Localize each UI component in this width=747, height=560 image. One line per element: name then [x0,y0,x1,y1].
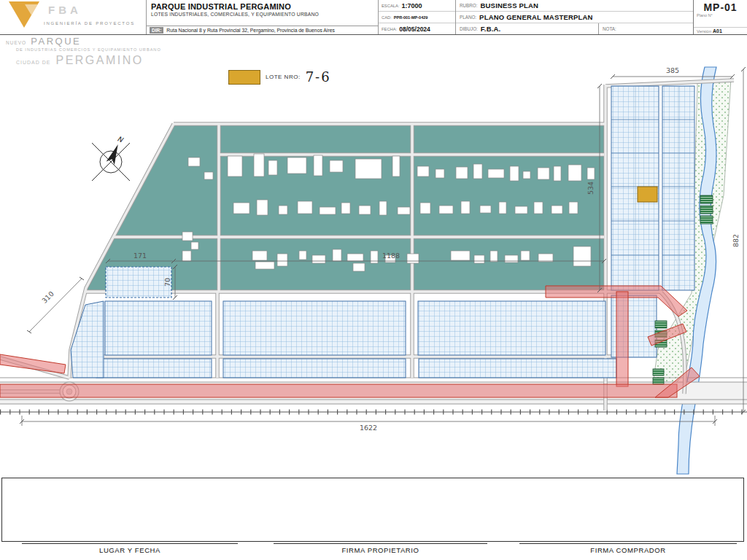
masterplan-drawing: 385 534 882 1188 171 [0,35,747,478]
brand-tagline: INGENIERÍA DE PROYECTOS [44,21,135,26]
dir-value: Ruta Nacional 8 y Ruta Provincial 32, Pe… [166,28,334,33]
info-cell: RUBRO: BUSINESS PLAN PLANO: PLANO GENERA… [455,0,693,34]
title-block: FBA INGENIERÍA DE PROYECTOS PARQUE INDUS… [0,0,747,35]
brand-name: FBA [48,4,82,16]
rubro-value: BUSINESS PLAN [481,1,539,9]
dibujo-label: DIBUJO: [460,26,478,31]
sheet-number: MP-01 [703,1,737,13]
watermark: NUEVO PARQUE DE INDUSTRIAS COMERCIOS Y E… [6,36,161,67]
fecha-value: 08/05/2024 [399,26,430,33]
signature-owner: FIRMA PROPIETARIO [274,543,487,554]
notes-box [1,478,744,542]
dim-882-label: 882 [732,234,740,247]
dim-310-label: 310 [40,289,55,305]
project-cell: PARQUE INDUSTRIAL PERGAMINO LOTES INDUST… [146,0,378,34]
fba-logo-icon [9,1,39,28]
legend: LOTE NRO: 7-6 [228,69,331,85]
legend-label: LOTE NRO: [266,74,301,80]
plano-value: PLANO GENERAL MASTERPLAN [479,13,593,21]
legend-lot-number: 7-6 [306,69,331,85]
cad-label: CAD: [382,15,392,20]
dimension-882: 882 [732,67,746,414]
nota-label: NOTA: [603,26,616,31]
fecha-label: FECHA: [382,27,397,31]
watermark-line2: DE INDUSTRIAS COMERCIOS Y EQUIPAMIENTO U… [16,47,161,52]
dir-label: DIR: [150,27,163,34]
dim-385-label: 385 [666,66,679,74]
dimension-1622: 1622 [20,416,717,432]
north-arrow-icon: N [92,134,130,181]
watermark-parque: PARQUE [31,36,81,47]
plano-label: PLANO: [460,15,476,20]
signature-place-date: LUGAR Y FECHA [22,543,238,554]
meta-cell: ESCALA: 1:7000 CAD: PPR-001-MP-0429 FECH… [378,0,455,34]
escala-label: ESCALA: [382,4,400,8]
highlight-lot-7-6 [638,187,657,202]
lot-color-swatch [228,70,260,85]
dim-70-label: 70 [163,278,171,287]
dim-171-label: 171 [133,252,147,260]
cad-value: PPR-001-MP-0429 [394,15,427,20]
surveyed-block [106,267,171,298]
masterplan-sheet: FBA INGENIERÍA DE PROYECTOS PARQUE INDUS… [0,0,747,560]
dibujo-value: F.B.A. [481,25,501,33]
rubro-label: RUBRO: [460,3,478,8]
watermark-nuevo: NUEVO [6,40,26,45]
project-subtitle: LOTES INDUSTRIALES, COMERCIALES, Y EQUIP… [151,12,374,17]
dim-1188-label: 1188 [382,252,400,260]
dim-534-label: 534 [587,182,595,195]
project-title: PARQUE INDUSTRIAL PERGAMINO [151,2,374,11]
dim-1622-label: 1622 [360,424,377,432]
watermark-pergamino: PERGAMINO [55,54,143,66]
sheet-cell: MP-01 Plano N° VersiónA01 [693,0,747,34]
north-label: N [116,135,125,144]
logo-cell: FBA INGENIERÍA DE PROYECTOS [0,0,146,34]
sheet-version: VersiónA01 [694,27,747,34]
sheet-label: Plano N° [694,13,713,18]
escala-value: 1:7000 [402,2,422,9]
signature-buyer: FIRMA COMPRADOR [519,543,737,554]
watermark-ciudad: CIUDAD DE [16,60,51,65]
